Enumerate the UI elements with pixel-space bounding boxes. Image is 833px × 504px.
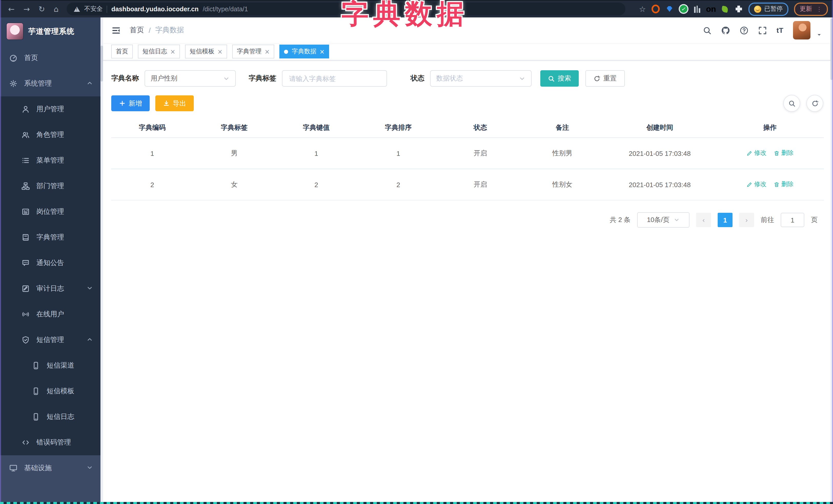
- sidebar-item-7[interactable]: 字典管理: [0, 224, 100, 250]
- goto-page-input[interactable]: [781, 213, 804, 227]
- edit-pencil-icon: [746, 150, 753, 157]
- delete-link[interactable]: 删除: [774, 180, 793, 189]
- fullscreen-icon[interactable]: [758, 26, 767, 34]
- sidebar-item-11[interactable]: 短信管理: [0, 327, 100, 353]
- add-button[interactable]: 新增: [111, 95, 150, 111]
- status-select[interactable]: 数据状态: [430, 70, 531, 87]
- sidebar-item-9[interactable]: 审计日志: [0, 276, 100, 302]
- edit-link[interactable]: 修改: [746, 149, 766, 158]
- sidebar-item-label: 短信渠道: [47, 361, 74, 370]
- browser-forward-icon[interactable]: →: [23, 4, 30, 14]
- capture-border-left: [0, 0, 1, 504]
- sidebar-item-15[interactable]: 错误码管理: [0, 430, 100, 455]
- sidebar-item-1[interactable]: 系统管理: [0, 71, 100, 96]
- not-secure-label[interactable]: 不安全: [84, 5, 103, 13]
- browser-reload-icon[interactable]: ↻: [39, 4, 45, 14]
- address-divider: [107, 5, 108, 13]
- dict-name-label: 字典名称: [111, 74, 139, 83]
- column-header-3: 字典排序: [357, 118, 439, 138]
- dict-name-select[interactable]: 用户性别: [145, 70, 236, 87]
- prev-page-button[interactable]: ‹: [696, 213, 711, 227]
- chevron-down-icon[interactable]: [816, 31, 822, 37]
- chevron-down-icon: [519, 75, 525, 82]
- search-icon[interactable]: [703, 26, 712, 34]
- close-icon[interactable]: ×: [264, 48, 270, 55]
- page-size-select[interactable]: 10条/页: [637, 212, 689, 227]
- search-button[interactable]: 搜索: [540, 70, 579, 87]
- export-button[interactable]: 导出: [155, 95, 194, 111]
- shield-icon: [22, 336, 30, 344]
- cell-code: 2: [111, 169, 193, 200]
- next-page-button[interactable]: ›: [739, 213, 754, 227]
- sidebar-item-4[interactable]: 菜单管理: [0, 148, 100, 173]
- close-icon[interactable]: ×: [170, 48, 175, 55]
- tag-label: 字典数据: [292, 47, 316, 56]
- sidebar-item-label: 菜单管理: [37, 156, 64, 165]
- cell-created: 2021-01-05 17:03:48: [603, 169, 716, 200]
- profile-paused-chip[interactable]: 已暂停: [748, 2, 788, 16]
- sidebar-item-16[interactable]: 基础设施: [0, 455, 100, 481]
- tag-label: 字典管理: [237, 47, 261, 56]
- column-header-7: 操作: [716, 118, 824, 138]
- breadcrumb-home[interactable]: 首页: [130, 26, 144, 35]
- sidebar-item-2[interactable]: 用户管理: [0, 96, 100, 122]
- current-page-button[interactable]: 1: [718, 213, 733, 227]
- font-size-icon[interactable]: tT: [777, 26, 783, 34]
- tag-item-3[interactable]: 字典管理×: [232, 45, 274, 58]
- refresh-table-button[interactable]: [806, 95, 823, 112]
- breadcrumb: 首页 / 字典数据: [130, 26, 184, 35]
- user-avatar[interactable]: [793, 21, 810, 40]
- tag-item-0[interactable]: 首页: [111, 45, 133, 58]
- extension-drop-icon[interactable]: [665, 5, 673, 13]
- main-content: 首页 / 字典数据 tT 首页短信日志×短信模板×字典管理×字典数据×: [103, 18, 830, 504]
- extension-check-icon[interactable]: ✓: [679, 5, 687, 13]
- sidebar-item-14[interactable]: 短信日志: [0, 404, 100, 430]
- sidebar-item-3[interactable]: 角色管理: [0, 122, 100, 148]
- sidebar-item-5[interactable]: 部门管理: [0, 173, 100, 199]
- gear-icon: [9, 79, 18, 88]
- app-title: 芋道管理系统: [28, 26, 74, 36]
- sidebar: 芋道管理系统 首页系统管理用户管理角色管理菜单管理部门管理岗位管理字典管理通知公…: [0, 18, 100, 504]
- browser-back-icon[interactable]: ←: [8, 4, 15, 14]
- sidebar-item-6[interactable]: 岗位管理: [0, 199, 100, 224]
- chevron-up-icon: [86, 336, 93, 343]
- sidebar-item-12[interactable]: 短信渠道: [0, 353, 100, 378]
- browser-update-button[interactable]: 更新 ⋮: [794, 2, 828, 16]
- reset-button[interactable]: 重置: [586, 70, 625, 87]
- breadcrumb-current: 字典数据: [155, 26, 184, 35]
- sidebar-item-0[interactable]: 首页: [0, 45, 100, 71]
- delete-link[interactable]: 删除: [774, 149, 793, 158]
- edit-label: 修改: [754, 149, 766, 158]
- tag-item-2[interactable]: 短信模板×: [185, 45, 227, 58]
- user-icon: [22, 105, 30, 113]
- dict-label-input[interactable]: [288, 74, 381, 83]
- show-search-toggle-button[interactable]: [783, 95, 800, 112]
- hamburger-icon[interactable]: [111, 26, 121, 34]
- close-icon[interactable]: ×: [217, 48, 222, 55]
- tag-item-4[interactable]: 字典数据×: [279, 45, 329, 58]
- sidebar-item-10[interactable]: 在线用户: [0, 302, 100, 327]
- github-icon[interactable]: [721, 26, 730, 34]
- extension-leaf-icon[interactable]: [721, 5, 729, 13]
- extensions-puzzle-icon[interactable]: [735, 5, 743, 13]
- extension-donut-icon[interactable]: [651, 5, 660, 13]
- tag-item-1[interactable]: 短信日志×: [138, 45, 180, 58]
- close-icon[interactable]: ×: [319, 48, 325, 55]
- bookmark-star-icon[interactable]: ☆: [639, 4, 646, 14]
- sidebar-logo[interactable]: 芋道管理系统: [0, 18, 100, 45]
- pagination-total: 共 2 条: [610, 215, 630, 224]
- sidebar-item-8[interactable]: 通知公告: [0, 250, 100, 276]
- column-header-4: 状态: [439, 118, 521, 138]
- edit-link[interactable]: 修改: [746, 180, 766, 189]
- dict-data-page: 字典名称 用户性别 字典标签 状态 数据状态: [103, 61, 830, 504]
- sidebar-scrollbar[interactable]: [100, 18, 103, 504]
- question-icon[interactable]: [740, 26, 748, 34]
- extension-on-badge-icon[interactable]: on: [707, 5, 715, 13]
- browser-menu-kebab-icon[interactable]: ⋮: [816, 5, 822, 13]
- sidebar-item-13[interactable]: 短信模板: [0, 378, 100, 404]
- trash-icon: [774, 182, 780, 188]
- extension-sliders-icon[interactable]: [693, 5, 701, 13]
- table-body: 1男11开启性别男2021-01-05 17:03:48修改删除2女22开启性别…: [111, 138, 824, 200]
- browser-home-icon[interactable]: ⌂: [53, 4, 58, 14]
- update-label: 更新: [800, 5, 812, 13]
